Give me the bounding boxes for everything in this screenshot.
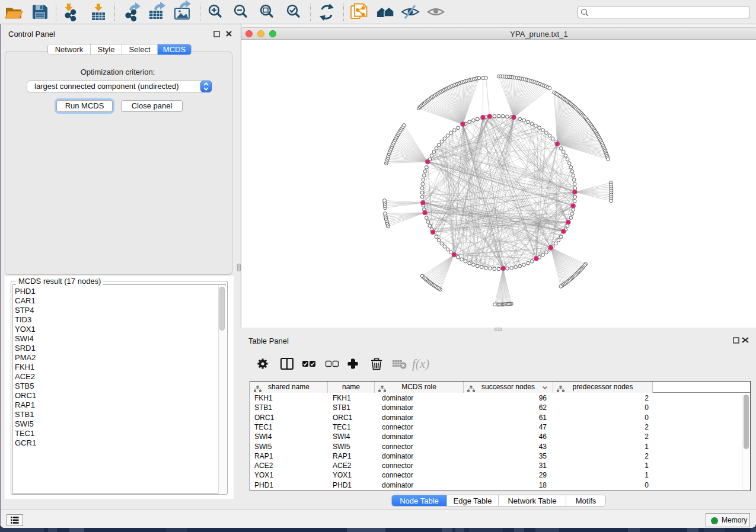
svg-text:f(x): f(x)	[412, 357, 429, 371]
